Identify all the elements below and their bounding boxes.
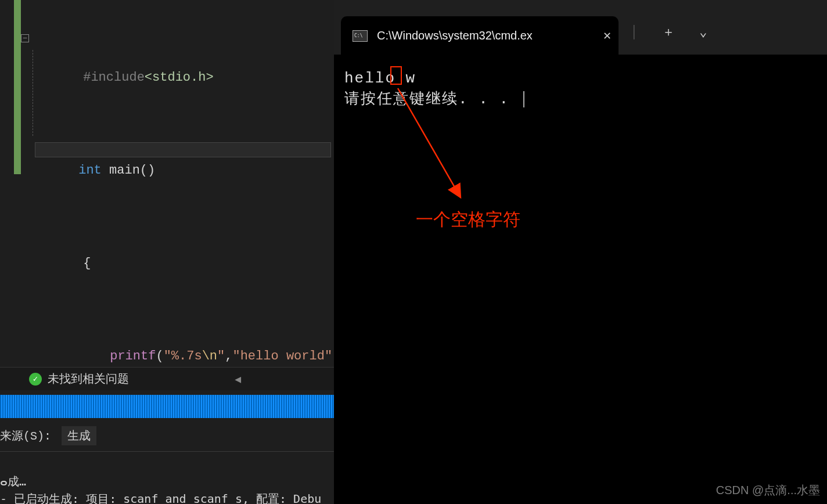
terminal-tab[interactable]: C:\ C:\Windows\system32\cmd.ex ✕	[341, 16, 619, 55]
tab-actions: │ ＋ ⌄	[630, 23, 707, 41]
code-editor-pane: − #include<stdio.h> int main() { printf(…	[0, 0, 334, 504]
terminal-titlebar: C:\ C:\Windows\system32\cmd.ex ✕ │ ＋ ⌄	[334, 0, 827, 55]
kw-int: int	[78, 163, 102, 178]
status-text: 未找到相关问题	[48, 371, 129, 387]
output-line-2: - 已启动生成: 项目: scanf and scanf_s, 配置: Debu	[0, 492, 321, 504]
annotation-label: 一个空格字符	[416, 208, 520, 232]
escape-n: \n	[202, 349, 217, 363]
parens: ()	[140, 163, 155, 178]
func-main: main	[102, 163, 140, 178]
terminal-window: C:\ C:\Windows\system32\cmd.ex ✕ │ ＋ ⌄ h…	[334, 0, 827, 504]
str-arg: "hello world"	[232, 349, 332, 363]
call-printf: printf	[110, 349, 156, 363]
collapse-left-icon[interactable]: ◀	[235, 373, 241, 386]
output-panel: 来源(S): 生成 ⴰ成… - 已启动生成: 项目: scanf and sca…	[0, 422, 334, 504]
output-line-1: ⴰ成…	[0, 474, 26, 488]
close-icon[interactable]: ✕	[595, 30, 619, 42]
editor-gutter	[14, 0, 21, 174]
build-progress-bar	[0, 395, 334, 418]
comma: ,	[225, 349, 232, 363]
terminal-body[interactable]: hello w 请按任意键继续. . .	[334, 55, 827, 123]
include-file: <stdio.h>	[145, 70, 214, 85]
terminal-output-1: hello w	[344, 70, 416, 87]
terminal-output-2: 请按任意键继续. . .	[344, 91, 520, 108]
new-tab-button[interactable]: ＋	[662, 23, 675, 41]
tab-dropdown-icon[interactable]: ⌄	[699, 24, 707, 40]
divider: │	[630, 25, 638, 39]
str-fmt-a: "%.7s	[164, 349, 202, 363]
cmd-icon: C:\	[353, 30, 368, 42]
output-source-combo[interactable]: 生成	[62, 426, 96, 445]
str-fmt-b: "	[217, 349, 225, 363]
preproc-include: #include	[83, 70, 145, 85]
terminal-tab-title: C:\Windows\system32\cmd.ex	[377, 29, 586, 42]
check-icon: ✓	[29, 373, 42, 386]
brace-open: {	[83, 256, 91, 271]
cursor-icon	[523, 91, 524, 107]
output-source-label: 来源(S):	[0, 428, 51, 444]
status-bar: ✓ 未找到相关问题 ◀	[0, 367, 334, 390]
annotation-highlight-box	[390, 66, 402, 85]
paren-open: (	[156, 349, 163, 363]
watermark: CSDN @点滴...水墨	[716, 483, 820, 498]
